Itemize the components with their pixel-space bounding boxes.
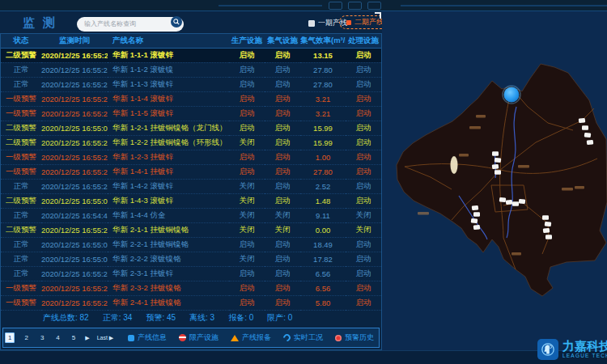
- device-marker[interactable]: [512, 201, 519, 206]
- table-row[interactable]: 正常2020/12/25 16:55:24华新 1-1-2 滚镀镍启动启动27.…: [1, 62, 381, 77]
- table-row[interactable]: 正常2020/12/25 16:55:04华新 2-2-2 滚镀镍铬关闭启动17…: [1, 252, 381, 266]
- decor-square: [329, 2, 342, 10]
- cell-time: 2020/12/25 16:55:24: [41, 222, 108, 237]
- cell-status: 正常: [1, 179, 41, 193]
- legend-item[interactable]: 实时工况: [283, 332, 323, 343]
- device-marker[interactable]: [492, 164, 499, 169]
- table-row[interactable]: 二级预警2020/12/25 16:55:24华新 2-1-1 挂镀铜镍铬关闭关…: [1, 222, 381, 237]
- cell-gas: 启动: [265, 193, 300, 208]
- cell-status: 二级预警: [1, 135, 41, 150]
- cell-name: 华新 1-1-1 滚镀锌: [108, 48, 229, 62]
- table-row[interactable]: 正常2020/12/25 16:55:04华新 2-2-1 挂镀铜镍铬启动启动1…: [1, 237, 381, 252]
- table-row[interactable]: 二级预警2020/12/25 16:55:04华新 1-2-1 挂镀铜镍铬（龙门…: [1, 121, 381, 135]
- page-button[interactable]: 1: [5, 332, 15, 343]
- device-marker[interactable]: [587, 140, 594, 145]
- cell-gas: 启动: [265, 164, 300, 179]
- cell-time: 2020/12/25 16:55:24: [41, 106, 108, 121]
- cell-name: 华新 1-4-2 滚镀锌: [108, 179, 229, 193]
- table-row[interactable]: 一级预警2020/12/25 16:55:24华新 1-1-4 滚镀锌启动启动3…: [1, 91, 381, 106]
- legend-item[interactable]: 产线报备: [231, 332, 271, 343]
- cell-status: 正常: [1, 237, 41, 252]
- device-marker[interactable]: [506, 200, 513, 205]
- next-page-icon[interactable]: ▶: [85, 335, 89, 341]
- cell-status: 正常: [1, 208, 41, 222]
- cell-gas: 启动: [265, 295, 300, 310]
- table-row[interactable]: 一级预警2020/12/25 16:55:24华新 2-3-2 挂镀镍铬启动启动…: [1, 281, 381, 295]
- search-icon[interactable]: [171, 16, 182, 28]
- device-marker[interactable]: [473, 212, 480, 217]
- device-marker[interactable]: [543, 228, 550, 233]
- table-row[interactable]: 正常2020/12/25 16:55:24华新 1-4-2 滚镀锌关闭启动2.5…: [1, 179, 381, 193]
- decor-square: [367, 2, 381, 10]
- gauge-icon: [282, 332, 292, 343]
- device-marker[interactable]: [545, 222, 552, 226]
- device-marker[interactable]: [492, 151, 499, 156]
- device-marker[interactable]: [499, 197, 507, 202]
- cell-gas: 启动: [265, 135, 300, 150]
- cell-gas: 启动: [265, 237, 300, 252]
- table-row[interactable]: 一级预警2020/12/25 16:55:24华新 1-2-3 挂镀锌启动启动1…: [1, 150, 381, 164]
- cell-prod: 启动: [229, 295, 265, 310]
- device-marker[interactable]: [542, 215, 549, 220]
- legend: 产线信息限产设施产线报备实时工况预警历史: [128, 332, 374, 343]
- page-button[interactable]: 2: [22, 333, 30, 342]
- cell-prod: 启动: [229, 106, 265, 121]
- table-row[interactable]: 一级预警2020/12/25 16:55:24华新 2-4-1 挂镀镍铬启动启动…: [1, 295, 381, 310]
- cell-prod: 关闭: [229, 135, 265, 150]
- cell-rate: 13.15: [300, 48, 346, 62]
- legend-item[interactable]: 限产设施: [179, 332, 219, 343]
- page-button[interactable]: 4: [53, 333, 62, 342]
- legend-item[interactable]: 预警历史: [335, 332, 374, 343]
- device-marker[interactable]: [473, 225, 481, 230]
- device-marker[interactable]: [495, 170, 501, 175]
- cell-name: 华新 2-1-1 挂镀铜镍铬: [108, 222, 229, 237]
- table-row[interactable]: 一级预警2020/12/25 16:55:24华新 1-4-1 挂镀锌启动启动2…: [1, 164, 381, 179]
- last-page-button[interactable]: Last ▶: [97, 335, 114, 341]
- cell-name: 华新 1-1-2 滚镀镍: [108, 62, 229, 77]
- page-button[interactable]: 5: [70, 333, 78, 342]
- cell-treat: 启动: [346, 164, 381, 179]
- cell-treat: 启动: [346, 106, 381, 121]
- cell-status: 二级预警: [1, 222, 41, 237]
- cell-status: 一级预警: [1, 106, 41, 121]
- page-button[interactable]: 3: [38, 333, 46, 342]
- device-marker[interactable]: [579, 118, 586, 123]
- device-marker[interactable]: [471, 218, 478, 223]
- table-row[interactable]: 二级预警2020/12/25 16:55:24华新 1-1-1 滚镀锌启动启动1…: [1, 48, 381, 62]
- cell-treat: 关闭: [346, 208, 381, 222]
- device-marker[interactable]: [472, 205, 479, 210]
- district-map[interactable]: [382, 11, 607, 350]
- legend-label: 限产设施: [189, 332, 219, 343]
- device-marker[interactable]: [584, 133, 592, 138]
- device-marker[interactable]: [545, 235, 552, 239]
- cell-rate: 1.00: [300, 150, 346, 164]
- device-marker[interactable]: [519, 199, 526, 204]
- table-row[interactable]: 正常2020/12/25 16:54:44华新 1-4-4 仿金关闭关闭9.11…: [1, 208, 381, 222]
- factory-mini-icon: [346, 20, 351, 25]
- cell-prod: 启动: [229, 150, 265, 164]
- report-triangle-icon: [231, 335, 239, 341]
- cell-name: 华新 1-1-3 滚镀锌: [108, 77, 229, 91]
- summary-item: 离线: 3: [189, 312, 214, 324]
- table-row[interactable]: 二级预警2020/12/25 16:55:04华新 1-4-3 滚镀锌关闭启动1…: [1, 193, 381, 208]
- cell-name: 华新 1-2-2 挂镀铜镍铬（环形线）: [108, 135, 229, 150]
- legend-item[interactable]: 产线信息: [128, 332, 167, 343]
- device-marker[interactable]: [582, 125, 588, 130]
- cell-gas: 启动: [265, 77, 300, 91]
- cell-name: 华新 1-2-1 挂镀铜镍铬（龙门线）: [108, 121, 229, 135]
- search-input[interactable]: [77, 17, 184, 32]
- table-row[interactable]: 一级预警2020/12/25 16:55:24华新 1-1-5 滚镀锌启动启动3…: [1, 106, 381, 121]
- cell-prod: 启动: [229, 77, 265, 91]
- cell-treat: 启动: [346, 281, 381, 295]
- decor-line: [219, 5, 322, 6]
- cell-rate: 3.21: [300, 106, 346, 121]
- cell-prod: 关闭: [229, 193, 265, 208]
- table-row[interactable]: 二级预警2020/12/25 16:55:24华新 1-2-2 挂镀铜镍铬（环形…: [1, 135, 381, 150]
- cell-gas: 启动: [265, 252, 300, 266]
- device-marker[interactable]: [495, 158, 502, 163]
- selected-site-marker[interactable]: [503, 86, 520, 104]
- table-row[interactable]: 正常2020/12/25 16:55:24华新 1-1-3 滚镀锌启动启动27.…: [1, 77, 381, 91]
- legend-label: 产线信息: [138, 332, 167, 343]
- table-row[interactable]: 正常2020/12/25 16:55:24华新 2-3-1 挂镀锌启动启动6.5…: [1, 266, 381, 281]
- marker-cluster-blob[interactable]: [451, 156, 458, 174]
